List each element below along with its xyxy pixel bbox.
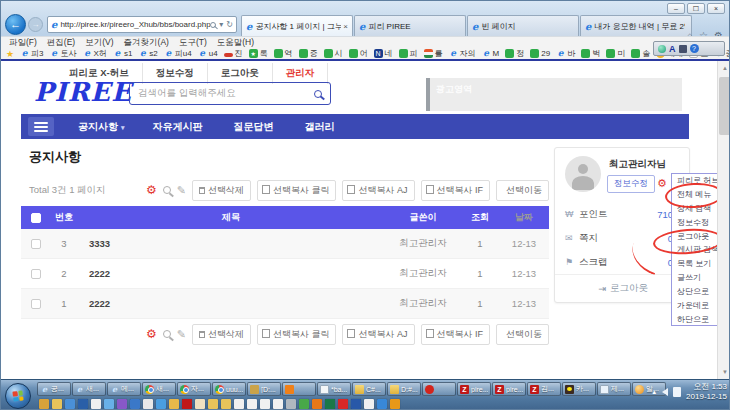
- row-checkbox[interactable]: [31, 299, 41, 309]
- write-pencil-icon[interactable]: ✎: [177, 328, 186, 341]
- autocomplete-dropdown-icon[interactable]: ▾: [219, 20, 223, 29]
- board-action-button[interactable]: 선택복사 IF: [421, 324, 491, 345]
- quick-launch-icon[interactable]: [364, 399, 374, 409]
- taskbar-app-button[interactable]: 자...: [177, 382, 211, 396]
- main-nav-item[interactable]: 갤러리: [291, 120, 352, 134]
- taskbar-app-button[interactable]: D:#...: [387, 382, 421, 396]
- cell-title-link[interactable]: 2222: [77, 268, 385, 279]
- page-scrollbar[interactable]: ▲ ▼: [717, 61, 730, 379]
- context-menu-item[interactable]: 글쓰기: [672, 271, 717, 285]
- quick-launch-icon[interactable]: [260, 399, 270, 409]
- main-nav-item[interactable]: 자유게시판: [139, 120, 220, 134]
- quick-launch-icon[interactable]: [208, 399, 218, 409]
- address-bar[interactable]: e http://piree.kr/pireero_Xhub/bbs/board…: [47, 16, 237, 33]
- ime-ball-icon[interactable]: [658, 45, 666, 53]
- minimize-button[interactable]: –: [667, 3, 685, 14]
- favorite-link[interactable]: 29: [530, 48, 550, 59]
- board-search-icon[interactable]: [163, 330, 171, 338]
- board-search-icon[interactable]: [163, 186, 171, 194]
- context-menu-item[interactable]: 목록 보기: [672, 257, 717, 271]
- browser-tab[interactable]: e 빈 페이지: [467, 15, 579, 36]
- favorite-link[interactable]: s1: [113, 48, 132, 59]
- favorite-link[interactable]: 증: [299, 48, 318, 59]
- refresh-icon[interactable]: ↻: [226, 20, 233, 29]
- quick-launch-icon[interactable]: [117, 399, 127, 409]
- favorite-link[interactable]: u4: [198, 48, 218, 59]
- quick-launch-icon[interactable]: [65, 399, 75, 409]
- url-text[interactable]: http://piree.kr/pireero_Xhub/bbs/board.p…: [60, 20, 210, 29]
- quick-launch-icon[interactable]: [195, 399, 205, 409]
- board-action-button[interactable]: 선택복사 클릭: [257, 180, 337, 201]
- quick-launch-icon[interactable]: [325, 399, 335, 409]
- admin-gear-icon[interactable]: ⚙: [146, 328, 157, 340]
- back-button[interactable]: ←: [5, 14, 26, 35]
- quick-launch-icon[interactable]: [104, 399, 114, 409]
- search-submit-icon[interactable]: [314, 90, 322, 98]
- scroll-down-icon[interactable]: ▼: [718, 365, 730, 379]
- profile-gear-icon[interactable]: ⚙: [657, 177, 667, 190]
- favorite-link[interactable]: 피u4: [164, 48, 192, 59]
- utility-nav-link[interactable]: 관리자: [273, 63, 329, 84]
- menu-item[interactable]: 편집(E): [47, 37, 75, 49]
- taskbar-app-button[interactable]: uuu...: [212, 382, 246, 396]
- main-nav-item[interactable]: 공지사항▾: [64, 120, 139, 134]
- search-icon[interactable]: [210, 22, 216, 28]
- board-action-button[interactable]: 선택삭제: [192, 324, 251, 345]
- board-action-button[interactable]: 선택복사 IF: [421, 180, 491, 201]
- quick-launch-icon[interactable]: [351, 399, 361, 409]
- favorite-link[interactable]: 바: [556, 48, 575, 59]
- quick-launch-icon[interactable]: [39, 399, 49, 409]
- quick-launch-icon[interactable]: [234, 399, 244, 409]
- browser-tab[interactable]: e 내가 응모한 내역 | 무료 2억이...: [580, 15, 692, 36]
- menu-item[interactable]: 즐겨찾기(A): [124, 37, 169, 49]
- favorite-link[interactable]: 토사: [50, 48, 77, 59]
- taskbar-app-button[interactable]: 김...: [527, 382, 561, 396]
- quick-launch-icon[interactable]: [52, 399, 62, 409]
- favorite-link[interactable]: 진: [224, 48, 243, 59]
- favorite-link[interactable]: 피: [399, 48, 418, 59]
- taskbar-app-button[interactable]: 새...: [142, 382, 176, 396]
- quick-launch-icon[interactable]: [247, 399, 257, 409]
- board-action-button[interactable]: 선택복사 AJ: [342, 180, 414, 201]
- taskbar-app-button[interactable]: 카...: [562, 382, 596, 396]
- menu-item[interactable]: 보기(V): [85, 37, 113, 49]
- favorite-link[interactable]: 정: [505, 48, 524, 59]
- tab-close-icon[interactable]: ×: [341, 22, 348, 31]
- ime-language-bar[interactable]: A ?: [653, 41, 725, 56]
- favorite-link[interactable]: s2: [138, 48, 157, 59]
- board-action-button[interactable]: 선택복사 AJ: [342, 324, 414, 345]
- ime-alpha-icon[interactable]: A: [669, 44, 676, 54]
- menu-item[interactable]: 파일(F): [9, 37, 37, 49]
- quick-launch-icon[interactable]: [169, 399, 179, 409]
- cell-title-link[interactable]: 2222: [77, 298, 385, 309]
- context-menu-item[interactable]: 정보수정: [672, 216, 717, 230]
- close-button[interactable]: ×: [707, 3, 725, 14]
- tray-expand-icon[interactable]: ▲: [651, 389, 657, 395]
- board-action-button[interactable]: 선택복사 클릭: [257, 324, 337, 345]
- quick-launch-icon[interactable]: [156, 399, 166, 409]
- taskbar-app-button[interactable]: 제...: [597, 382, 631, 396]
- board-action-button[interactable]: 선택삭제: [192, 180, 251, 201]
- quick-launch-icon[interactable]: [182, 399, 192, 409]
- start-button[interactable]: [5, 383, 31, 409]
- ime-hanja-icon[interactable]: [679, 45, 687, 53]
- utility-nav-link[interactable]: 로그아웃: [208, 63, 273, 84]
- quick-launch-icon[interactable]: [273, 399, 283, 409]
- taskbar-app-button[interactable]: pire...: [492, 382, 526, 396]
- favorite-link[interactable]: 벅: [581, 48, 600, 59]
- favorite-link[interactable]: M: [482, 48, 500, 59]
- favorite-link[interactable]: 역: [274, 48, 293, 59]
- quick-launch-icon[interactable]: [377, 399, 387, 409]
- main-nav-item[interactable]: 질문답변: [220, 120, 291, 134]
- quick-launch-icon[interactable]: [78, 399, 88, 409]
- utility-nav-link[interactable]: 정보수정: [143, 63, 208, 84]
- taskbar-app-button[interactable]: [282, 382, 316, 396]
- menu-item[interactable]: 도움말(H): [217, 37, 254, 49]
- site-logo[interactable]: PIREE: [34, 77, 132, 107]
- context-menu-item[interactable]: 상단으로: [672, 285, 717, 299]
- admin-gear-icon[interactable]: ⚙: [146, 184, 157, 196]
- taskbar-app-button[interactable]: 공...: [37, 382, 71, 396]
- favorite-link[interactable]: 시: [324, 48, 343, 59]
- volume-icon[interactable]: [662, 388, 668, 396]
- ime-help-icon[interactable]: ?: [690, 44, 699, 53]
